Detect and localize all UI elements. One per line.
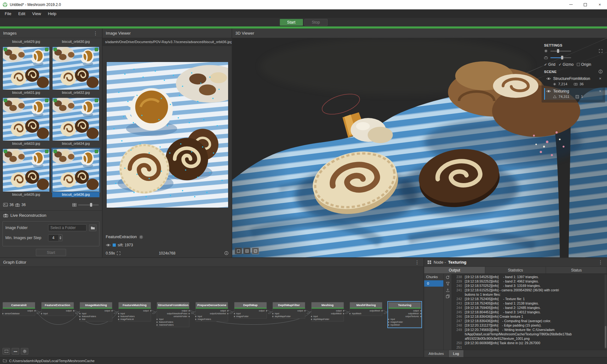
tab-statistics[interactable]: Statistics (485, 267, 546, 273)
graph-node[interactable]: ImageMatching output inputfeaturesFolder… (80, 302, 112, 322)
grid-checkbox[interactable]: ✓Grid (544, 62, 555, 67)
log-toolbar (444, 274, 452, 350)
graph-node[interactable]: DepthMapFilter output inputdepthMapsFold… (273, 302, 305, 319)
minimize-button[interactable] (564, 0, 578, 9)
graph-node[interactable]: CameraInit output sensorDatabase (3, 302, 35, 316)
thumbnail-image[interactable] (52, 98, 99, 141)
scene-info-icon[interactable] (599, 70, 603, 74)
filter-log-icon[interactable] (446, 282, 450, 286)
node-attribute-in: inputMesh (350, 312, 382, 315)
graph-canvas[interactable]: ••• CameraInit output sensorDatabase Fea… (0, 267, 424, 357)
node-attributes: output sensorDatabase (3, 309, 35, 316)
image-thumbnail[interactable]: biscuit_orbit31.jpg (3, 47, 50, 95)
scene-item-structurefrommotion[interactable]: StructureFromMotion × 7,214 36 (544, 76, 603, 87)
graph-node[interactable]: DepthMap output inputimagesFolder (234, 302, 267, 319)
graph-node[interactable]: StructureFromMotion outputoutputViewsAnd… (157, 302, 189, 327)
thumbnail-image[interactable] (3, 47, 50, 90)
min-images-stepper[interactable]: 4 (48, 234, 63, 241)
fit-graph-button[interactable] (3, 348, 10, 355)
wireframe-view-button[interactable] (243, 248, 250, 254)
viewer3d-canvas[interactable]: SETTINGS ✓Grid ✓Gizmo Origin SCENE (232, 38, 607, 257)
graph-node[interactable]: Texturing outputoutputMeshoutputTextures… (388, 302, 421, 327)
graph-node[interactable]: Meshing outputoutputMesh inputdepthMapsF… (311, 302, 344, 322)
textured-view-button[interactable] (252, 248, 259, 254)
divider (0, 210, 102, 211)
viewed-image[interactable] (106, 62, 228, 208)
sfm-status-icon (45, 99, 48, 102)
image-thumbnail[interactable]: biscuit_orbit35.jpg (3, 148, 50, 197)
image-thumbnail[interactable]: biscuit_orbit32.jpg (52, 47, 99, 95)
visibility-eye-icon[interactable] (546, 90, 551, 93)
chunk-item[interactable]: 0 (424, 280, 443, 287)
point-size-slider[interactable] (550, 49, 571, 53)
browse-folder-button[interactable] (89, 224, 97, 231)
tab-log[interactable]: Log (449, 350, 464, 357)
image-thumbnail[interactable]: biscuit_orbit36.jpg (52, 148, 99, 197)
start-button[interactable]: Start (280, 19, 303, 26)
images-menu-icon[interactable]: ⋮ (92, 31, 99, 36)
stepper-arrows[interactable] (58, 235, 62, 241)
points-count: 7,214 (558, 82, 567, 86)
tab-status[interactable]: Status (546, 267, 607, 273)
features-visibility-eye-icon[interactable] (106, 244, 111, 247)
thumbnail-image[interactable] (3, 148, 50, 192)
image-thumbnail-label: biscuit_orbit33.jpg (3, 141, 50, 146)
tab-attributes[interactable]: Attributes (424, 350, 449, 357)
menu-edit[interactable]: Edit (15, 9, 29, 18)
feature-color-swatch[interactable] (113, 244, 116, 247)
scene-item-texturing[interactable]: Texturing × 74,311 1 (544, 88, 603, 100)
solid-view-button[interactable] (235, 248, 242, 254)
image-thumbnail[interactable]: biscuit_orbit33.jpg (3, 98, 50, 146)
graph-node[interactable]: FeatureExtraction output input (41, 302, 74, 316)
log-line: 239[19:12:18.552252][info] - band 2: 496… (453, 279, 607, 283)
image-thumbnail[interactable]: biscuit_orbit30.jpg (52, 39, 99, 44)
viewer-settings-gear-icon[interactable] (139, 235, 143, 239)
image-thumbnail[interactable]: biscuit_orbit34.jpg (52, 98, 99, 146)
scroll-to-end-icon[interactable] (446, 288, 450, 292)
thumbnail-size-slider[interactable] (78, 203, 99, 207)
maximize-viewer-icon[interactable] (599, 49, 603, 53)
graph-node[interactable]: FeatureMatching output inputfeaturesFold… (118, 302, 151, 322)
image-count-icon (3, 203, 8, 207)
fit-graph-icon (5, 350, 8, 353)
refresh-log-icon[interactable] (446, 275, 450, 279)
scene-item-name: StructureFromMotion (553, 76, 590, 81)
node-panel-menu-icon[interactable]: ⋮ (597, 260, 604, 265)
thumbnail-image[interactable] (52, 148, 99, 192)
sfm-status-icon (95, 48, 98, 51)
visibility-eye-icon[interactable] (546, 77, 551, 80)
menu-file[interactable]: File (1, 9, 15, 18)
viewer3d-title: 3D Viewer (235, 31, 254, 36)
cameras-count-icon (574, 82, 578, 86)
thumbnail-image[interactable] (52, 47, 99, 90)
graph-more-button[interactable]: ••• (12, 348, 19, 355)
maximize-button[interactable] (578, 0, 593, 9)
remove-item-icon[interactable]: × (598, 89, 602, 93)
image-folder-field[interactable]: Select a Folder (48, 224, 87, 231)
origin-label: Origin (581, 62, 591, 67)
textured-view-icon (254, 249, 257, 253)
gizmo-checkbox[interactable]: ✓Gizmo (559, 62, 574, 67)
node-attribute-in: depthMapsFolder (273, 315, 305, 318)
menu-view[interactable]: View (29, 9, 44, 18)
log-scrollbar[interactable] (604, 274, 607, 349)
tab-output[interactable]: Output (424, 267, 485, 273)
origin-checkbox[interactable]: Origin (577, 62, 591, 67)
thumbnail-image[interactable] (3, 98, 50, 141)
log-view[interactable]: 238[19:12:18.545253][info] - band 1: 139… (452, 274, 607, 350)
menu-bar: File Edit View Help (0, 9, 607, 18)
stop-button[interactable]: Stop (304, 19, 328, 26)
live-start-button[interactable]: Start (36, 249, 66, 256)
graph-settings-button[interactable] (21, 348, 28, 355)
copy-log-icon[interactable] (446, 294, 450, 298)
camera-scale-slider[interactable] (550, 56, 571, 59)
remove-item-icon[interactable]: × (598, 76, 602, 81)
graph-node[interactable]: PrepareDenseScene outputoutputUndistorte… (195, 302, 228, 322)
image-thumbnail-label: biscuit_orbit30.jpg (52, 39, 99, 44)
graph-menu-icon[interactable]: ⋮ (414, 260, 420, 265)
menu-help[interactable]: Help (44, 9, 60, 18)
close-button[interactable]: × (593, 0, 607, 9)
graph-node[interactable]: MeshFiltering outputMesh inputMesh (350, 302, 382, 316)
image-thumbnail[interactable]: biscuit_orbit29.jpg (3, 39, 50, 44)
node-attribute-out: outputMesh (312, 312, 344, 315)
